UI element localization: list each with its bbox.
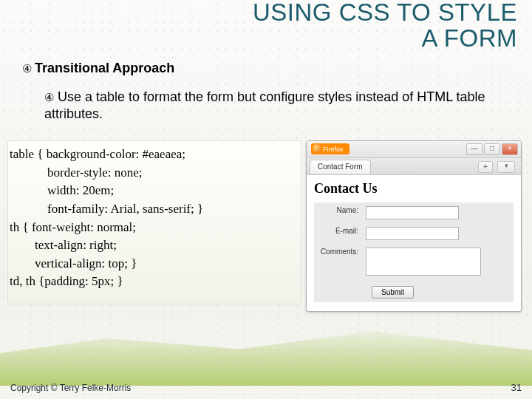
body-bullet: ④Use a table to format the form but conf… [44,89,502,122]
code-line: td, th {padding: 5px; } [10,273,298,291]
label-comments: Comments: [314,244,362,281]
tab-dropdown-button[interactable]: ▾ [497,161,515,173]
code-line: table { background-color: #eaeaea; [10,146,298,164]
firefox-badge: Firefox [311,143,349,154]
code-line: text-align: right; [10,236,298,255]
close-button[interactable]: × [502,143,518,155]
contact-form-table: Name: E-mail: Comments: Submit [314,202,514,302]
page-number: 31 [511,382,522,393]
tab-bar: Contact Form + ▾ [307,158,521,175]
section-heading: ④Transitional Approach [22,61,174,76]
bullet-text: Use a table to format the form but confi… [44,89,485,121]
page-content: Contact Us Name: E-mail: Comments: Submi… [307,175,521,308]
new-tab-button[interactable]: + [478,161,493,173]
tab-contact-form[interactable]: Contact Form [310,160,371,174]
comments-field[interactable] [366,248,481,276]
code-line: vertical-align: top; } [10,255,298,273]
name-field[interactable] [366,206,459,219]
code-line: border-style: none; [10,164,298,183]
email-field[interactable] [366,227,459,240]
heading-number: ④ [22,62,32,75]
code-line: font-family: Arial, sans-serif; } [10,200,298,219]
code-line: width: 20em; [10,182,298,200]
label-email: E-mail: [314,223,362,244]
slide-title: USING CSS TO STYLE A FORM [251,0,517,51]
bullet-number: ④ [44,91,54,103]
browser-window: Firefox — □ × Contact Form + ▾ Contact U… [306,140,522,312]
submit-button[interactable]: Submit [372,286,414,299]
copyright: Copyright © Terry Felke-Morris [10,383,131,393]
css-code-block: table { background-color: #eaeaea; borde… [7,140,301,304]
maximize-button[interactable]: □ [484,143,500,155]
browser-titlebar: Firefox — □ × [307,141,521,158]
decorative-leaf-band [0,327,532,386]
code-line: th { font-weight: normal; [10,219,298,237]
minimize-button[interactable]: — [466,143,482,155]
heading-text: Transitional Approach [35,61,174,75]
page-heading: Contact Us [314,181,514,197]
label-name: Name: [314,202,362,223]
